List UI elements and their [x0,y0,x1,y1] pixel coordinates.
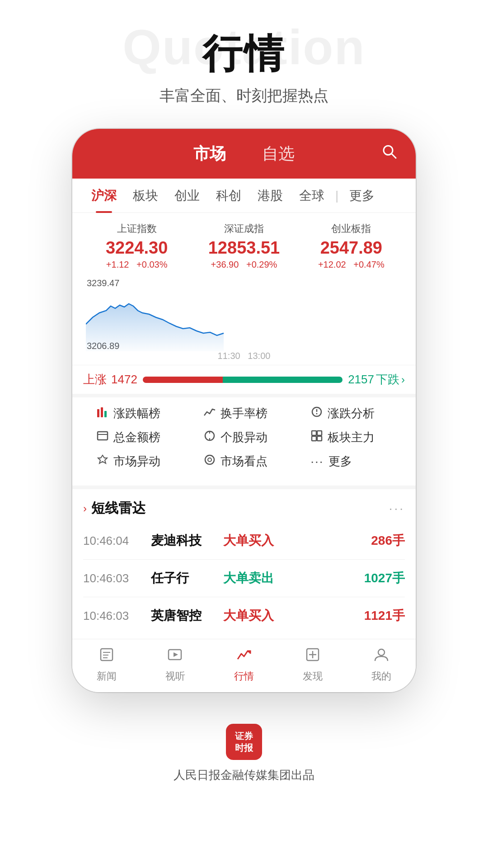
radar-stock-2: 英唐智控 [151,607,223,624]
radar-stock-1: 任子行 [151,570,223,587]
page-header: Quotation 行情 丰富全面、时刻把握热点 [0,0,488,115]
amount-icon [96,429,109,445]
svg-rect-16 [312,436,316,441]
feature-item-amount[interactable]: 总金额榜 [96,429,178,445]
chart-area: 3239.47 3206.89 11:30 13:00 [72,274,416,365]
bar-rise [143,377,223,383]
footer-logo: 证券时报 [226,724,262,760]
index-change-2: +12.02 +0.47% [298,259,405,270]
feature-item-turnover[interactable]: 换手率榜 [203,406,285,421]
feature-row-2: 总金额榜 个股异动 板块主力 [83,429,405,445]
index-card-shcomp[interactable]: 上证指数 3224.30 +1.12 +0.03% [83,222,190,270]
topnav-tab-watchlist[interactable]: 自选 [262,143,295,165]
feature-row-3: 市场异动 市场看点 ··· 更多 [83,453,405,469]
bar-track [143,377,343,383]
bar-fall [223,377,343,383]
feature-label-market-view: 市场看点 [221,453,267,469]
svg-point-19 [208,458,211,462]
index-card-szcomp[interactable]: 深证成指 12853.51 +36.90 +0.29% [190,222,297,270]
feature-item-more[interactable]: ··· 更多 [310,453,392,469]
profile-icon [373,646,389,667]
feature-label-stock-move: 个股异动 [221,429,267,445]
svg-rect-5 [104,411,107,417]
radar-more-icon[interactable]: ··· [389,501,405,516]
footer-credit: 人民日报金融传媒集团出品 [174,767,314,783]
nav-label-discover: 发现 [303,670,323,683]
rise-count: 1472 [111,373,137,387]
svg-marker-2 [86,304,224,351]
tab-global[interactable]: 全球 [291,179,333,213]
feature-grid: 涨跌幅榜 换手率榜 涨跌分析 总金额榜 [72,394,416,486]
topnav-tabs: 市场 自选 [193,143,295,165]
radar-header: › 短线雷达 ··· [83,499,405,518]
fall-label: 下跌 [376,372,399,387]
market-tabs: 沪深 板块 创业 科创 港股 全球 | 更多 [72,179,416,213]
svg-point-29 [378,649,385,656]
tab-hk[interactable]: 港股 [249,179,291,213]
nav-item-market[interactable]: 行情 [234,646,254,683]
stock-move-icon [203,429,216,445]
feature-label-sector-main: 板块主力 [328,429,375,445]
nav-label-market: 行情 [234,670,254,683]
radar-stock-0: 麦迪科技 [151,532,223,549]
tab-more[interactable]: 更多 [341,179,383,213]
feature-label-turnover: 换手率榜 [221,406,267,421]
footer-logo-text: 证券时报 [235,730,253,754]
index-name-0: 上证指数 [83,222,190,236]
radar-action-2: 大单买入 [223,607,364,624]
feature-label-more: 更多 [328,453,352,469]
radar-row-1[interactable]: 10:46:03 任子行 大单卖出 1027手 [83,560,405,597]
analysis-icon [310,406,323,421]
radar-time-2: 10:46:03 [83,609,151,623]
radar-title: 短线雷达 [91,499,145,518]
nav-label-av: 视听 [165,670,185,683]
fall-arrow-icon[interactable]: › [401,373,405,386]
feature-item-rise-fall[interactable]: 涨跌幅榜 [96,406,178,421]
svg-marker-25 [174,652,178,657]
tab-sector[interactable]: 板块 [125,179,166,213]
index-name-2: 创业板指 [298,222,405,236]
svg-point-8 [316,413,318,415]
nav-item-news[interactable]: 新闻 [97,646,117,683]
nav-label-profile: 我的 [371,670,391,683]
feature-label-rise-fall: 涨跌幅榜 [113,406,160,421]
feature-item-sector-main[interactable]: 板块主力 [310,429,392,445]
search-icon[interactable] [381,144,398,164]
page-title: 行情 [0,27,488,81]
topnav-tab-market[interactable]: 市场 [193,143,226,165]
radar-row-2[interactable]: 10:46:03 英唐智控 大单买入 1121手 [83,597,405,634]
radar-time-1: 10:46:03 [83,571,151,585]
feature-label-analysis: 涨跌分析 [328,406,375,421]
index-card-gem[interactable]: 创业板指 2547.89 +12.02 +0.47% [298,222,405,270]
fall-count: 2157 [348,373,374,387]
nav-label-news: 新闻 [97,670,117,683]
nav-item-profile[interactable]: 我的 [371,646,391,683]
discover-icon [305,646,321,667]
svg-rect-9 [98,432,108,440]
av-icon [167,646,183,667]
radar-volume-1: 1027手 [364,570,405,587]
svg-rect-4 [101,407,103,417]
feature-item-stock-move[interactable]: 个股异动 [203,429,285,445]
radar-volume-0: 286手 [371,532,405,549]
feature-item-market-view[interactable]: 市场看点 [203,453,285,469]
svg-rect-14 [312,431,316,435]
market-icon [236,646,252,667]
feature-item-analysis[interactable]: 涨跌分析 [310,406,392,421]
market-view-icon [203,453,216,469]
index-change-1: +36.90 +0.29% [190,259,297,270]
radar-row-0[interactable]: 10:46:04 麦迪科技 大单买入 286手 [83,522,405,560]
index-name-1: 深证成指 [190,222,297,236]
radar-action-1: 大单卖出 [223,570,364,587]
page-subtitle: 丰富全面、时刻把握热点 [0,85,488,106]
rise-fall-icon [96,406,109,421]
nav-item-av[interactable]: 视听 [165,646,185,683]
feature-item-market-move[interactable]: 市场异动 [96,453,178,469]
tab-chuangye[interactable]: 创业 [166,179,208,213]
index-change-0: +1.12 +0.03% [83,259,190,270]
bottom-nav: 新闻 视听 行情 发现 我的 [72,639,416,692]
tab-kechuang[interactable]: 科创 [208,179,249,213]
svg-rect-17 [317,436,322,441]
tab-husheen[interactable]: 沪深 [83,179,125,213]
nav-item-discover[interactable]: 发现 [303,646,323,683]
